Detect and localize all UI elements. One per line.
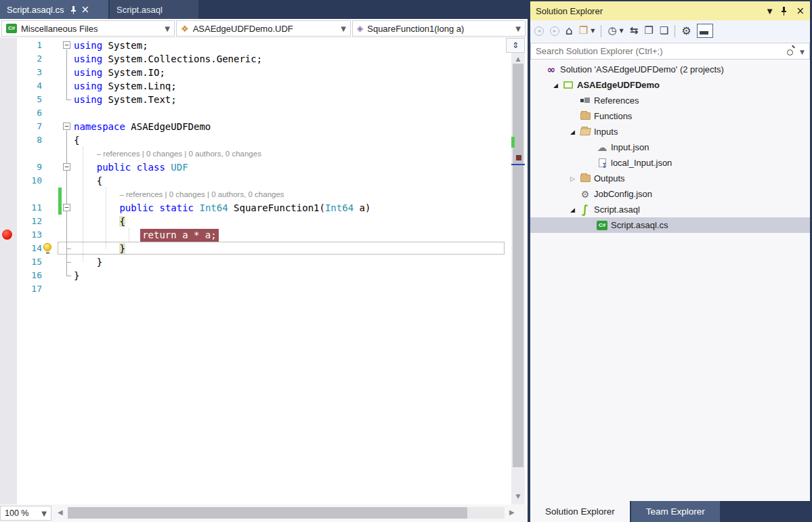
line-number[interactable]: 1 — [0, 39, 42, 52]
tree-item-asaedgeudfdemo[interactable]: ◢ASAEdgeUDFDemo — [530, 77, 810, 93]
code-line-13[interactable]: 13 return a * a; — [0, 228, 511, 242]
line-number[interactable]: 17 — [0, 282, 42, 296]
tree-item-solution-asaedgeudfdemo-2-projects[interactable]: ∞Solution 'ASAEdgeUDFDemo' (2 projects) — [530, 62, 810, 77]
editor-splitter-handle[interactable]: ⇕ — [506, 38, 525, 53]
pin-tab-icon[interactable] — [70, 5, 77, 14]
code-line-6[interactable]: 6 — [0, 106, 511, 120]
solution-explorer-titlebar[interactable]: Solution Explorer ▼ × — [530, 1, 810, 20]
tab-script-asaql[interactable]: Script.asaql — [110, 0, 198, 19]
tab-script-asaql-cs[interactable]: Script.asaql.cs × — [0, 0, 108, 19]
codelens-indicator[interactable]: – references | 0 changes | 0 authors, 0 … — [0, 188, 511, 201]
line-number[interactable]: 9 — [0, 160, 42, 174]
scroll-down-icon[interactable]: ▼ — [511, 493, 525, 500]
search-icon[interactable] — [787, 47, 795, 56]
code-line-9[interactable]: 9 public class UDF — [0, 160, 511, 174]
code-line-10[interactable]: 10 { — [0, 174, 511, 188]
line-number[interactable]: 7 — [0, 120, 42, 133]
zoom-dropdown[interactable]: 100 % ▼ — [0, 506, 51, 521]
editor-bottom-bar: 100 % ▼ ◀ ▶ — [0, 504, 528, 522]
line-number[interactable]: 14 — [0, 242, 42, 255]
close-icon[interactable]: × — [796, 5, 805, 17]
line-number[interactable]: 4 — [0, 79, 42, 93]
collapse-all-icon[interactable]: ❐ — [644, 26, 653, 36]
line-number[interactable]: 12 — [0, 215, 42, 228]
bottom-tab-solution-explorer[interactable]: Solution Explorer — [530, 501, 630, 522]
code-line-11[interactable]: 11 public static Int64 SquareFunction1(I… — [0, 201, 511, 215]
code-line-3[interactable]: 3using System.IO; — [0, 66, 511, 79]
horizontal-scrollbar[interactable] — [68, 507, 505, 519]
collapse-region-icon[interactable]: − — [63, 41, 70, 49]
code-token: UDF — [171, 162, 188, 173]
home-icon[interactable]: ⌂ — [565, 26, 573, 36]
code-line-2[interactable]: 2using System.Collections.Generic; — [0, 52, 511, 66]
close-tab-icon[interactable]: × — [81, 5, 90, 15]
type-dropdown[interactable]: ❖ ASAEdgeUDFDemo.UDF ▼ — [176, 20, 351, 37]
code-line-8[interactable]: 8{ — [0, 133, 511, 147]
code-line-1[interactable]: 1using System; — [0, 39, 511, 52]
properties-wrench-icon[interactable]: ⚙ — [681, 26, 691, 36]
bottom-tab-team-explorer[interactable]: Team Explorer — [631, 501, 720, 522]
line-number[interactable]: 10 — [0, 174, 42, 188]
codelens-indicator[interactable]: – references | 0 changes | 0 authors, 0 … — [0, 147, 511, 160]
code-line-17[interactable]: 17 — [0, 282, 511, 296]
line-number[interactable]: 8 — [0, 133, 42, 147]
line-number[interactable]: 11 — [0, 201, 42, 215]
expander-expanded-icon[interactable]: ◢ — [567, 129, 578, 135]
code-token — [131, 162, 136, 173]
line-number[interactable]: 6 — [0, 106, 42, 120]
code-line-16[interactable]: 16} — [0, 269, 511, 282]
tree-item-local-input-json[interactable]: local_Input.json — [530, 155, 810, 171]
tool-window-tab-strip: Solution ExplorerTeam Explorer — [530, 501, 810, 522]
project-dropdown[interactable]: C# Miscellaneous Files ▼ — [1, 20, 175, 37]
window-position-icon[interactable]: ▼ — [767, 7, 773, 15]
tree-item-outputs[interactable]: ▷Outputs — [530, 171, 810, 186]
expander-expanded-icon[interactable]: ◢ — [550, 82, 561, 89]
member-dropdown[interactable]: ◈ SquareFunction1(long a) ▼ — [352, 20, 526, 37]
tree-item-references[interactable]: References — [530, 93, 810, 108]
code-line-4[interactable]: 4using System.Linq; — [0, 79, 511, 93]
scroll-up-icon[interactable]: ▲ — [511, 56, 525, 62]
tree-item-script-asaql-cs[interactable]: C#Script.asaql.cs — [530, 217, 810, 233]
expander-collapsed-icon[interactable]: ▷ — [567, 175, 578, 182]
preview-selected-items-toggle[interactable] — [697, 24, 713, 38]
code-line-14[interactable]: 14 } — [0, 242, 511, 255]
breakpoint-icon[interactable] — [2, 230, 12, 240]
lightbulb-icon[interactable] — [43, 243, 51, 251]
forward-icon[interactable]: ▸ — [550, 26, 559, 36]
code-lines[interactable]: 1using System;2using System.Collections.… — [0, 39, 511, 296]
tree-item-input-json[interactable]: ☁Input.json — [530, 139, 810, 155]
search-input[interactable] — [530, 43, 810, 60]
scroll-left-icon[interactable]: ◀ — [58, 508, 63, 516]
tree-item-inputs[interactable]: ◢Inputs — [530, 124, 810, 139]
chevron-down-icon[interactable]: ▼ — [800, 49, 805, 56]
scroll-right-icon[interactable]: ▶ — [509, 508, 515, 516]
tree-item-label: Solution 'ASAEdgeUDFDemo' (2 projects) — [560, 64, 724, 74]
tree-item-script-asaql[interactable]: ◢∫Script.asaql — [530, 202, 810, 217]
sync-with-active-document-icon[interactable]: ❐ — [579, 26, 588, 36]
line-number[interactable]: 15 — [0, 255, 42, 269]
code-token: { — [74, 175, 102, 186]
line-number[interactable]: 16 — [0, 269, 42, 282]
collapse-region-icon[interactable]: − — [63, 204, 70, 211]
code-line-15[interactable]: 15 } — [0, 255, 511, 269]
line-number[interactable]: 2 — [0, 52, 42, 66]
code-line-7[interactable]: 7namespace ASAEdgeUDFDemo — [0, 120, 511, 133]
line-number[interactable]: 3 — [0, 66, 42, 79]
tree-item-jobconfig-json[interactable]: ⚙JobConfig.json — [530, 186, 810, 202]
pin-icon[interactable] — [780, 7, 788, 16]
show-all-files-icon[interactable]: ❏ — [660, 26, 668, 36]
code-line-12[interactable]: 12 { — [0, 215, 511, 228]
horizontal-scrollbar-thumb[interactable] — [68, 507, 467, 519]
pending-changes-filter-icon[interactable]: ◷ — [607, 26, 616, 36]
vertical-scrollbar-thumb[interactable] — [513, 64, 523, 467]
code-line-5[interactable]: 5using System.Text; — [0, 93, 511, 106]
refresh-icon[interactable]: ⇆ — [630, 26, 639, 36]
back-icon[interactable]: ◂ — [534, 26, 544, 36]
tree-item-functions[interactable]: Functions — [530, 108, 810, 124]
vertical-scrollbar[interactable]: ⇕ ▲ ▼ — [511, 38, 525, 504]
code-editor[interactable]: −−−− 1using System;2using System.Collect… — [0, 38, 528, 504]
collapse-region-icon[interactable]: − — [63, 123, 70, 130]
expander-expanded-icon[interactable]: ◢ — [567, 206, 578, 213]
collapse-region-icon[interactable]: − — [63, 163, 70, 171]
line-number[interactable]: 5 — [0, 93, 42, 106]
